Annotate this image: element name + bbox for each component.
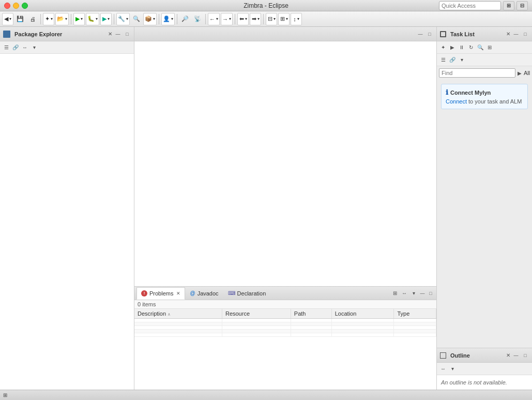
open-perspective-button[interactable]: ⊟ [516, 1, 528, 10]
outline-sync-button[interactable]: ↔ [439, 365, 447, 373]
search-button[interactable]: 🔍 [131, 13, 142, 25]
print-button[interactable]: 🖨 [27, 13, 38, 25]
task-list-header: Task List ✕ — □ [437, 27, 532, 41]
outline-icon [440, 352, 446, 359]
editor-maximize[interactable]: □ [426, 31, 433, 38]
outline-menu-button[interactable]: ▾ [448, 365, 457, 373]
profile-button[interactable]: 👤▾ [161, 13, 175, 25]
connect-link[interactable]: Connect [446, 98, 467, 105]
problems-icon: ! [141, 290, 147, 297]
run-button[interactable]: ▶▾ [73, 13, 85, 25]
outline-close[interactable]: ✕ [506, 352, 510, 358]
task-find-area: ▶ All ▶ Activ... [437, 66, 532, 80]
javadoc-icon: @ [190, 290, 195, 296]
task-list-toolbar-1: ✦ ▶ ⏸ ↻ 🔍 ⊞ [437, 41, 532, 54]
package-explorer-maximize[interactable]: □ [124, 31, 131, 38]
col-type[interactable]: Type [394, 309, 436, 319]
sync-tb-button[interactable]: ↕▾ [291, 13, 302, 25]
editor-minimize[interactable]: — [417, 31, 424, 38]
col-path[interactable]: Path [291, 309, 331, 319]
debug-button[interactable]: 🐛▾ [86, 13, 99, 25]
outline-minimize[interactable]: — [512, 352, 520, 359]
tab-javadoc[interactable]: @ Javadoc [185, 287, 223, 300]
info-icon: ℹ [446, 88, 448, 96]
sync-button[interactable]: ↔ [21, 43, 29, 52]
bottom-tab-actions: ⊞ ↔ ▾ — □ [391, 289, 434, 298]
problems-menu-button[interactable]: ▾ [409, 289, 418, 298]
bottom-minimize[interactable]: — [419, 290, 426, 297]
editor-area[interactable]: — □ [134, 27, 436, 286]
link-editor-button[interactable]: 🔗 [11, 43, 20, 52]
titlebar: Zimbra - Eclipse ⊞ ⊟ [0, 0, 532, 11]
back-nav-button[interactable]: ←▾ [208, 13, 220, 25]
group-task-button[interactable]: ⊞ [485, 43, 494, 52]
open-task-button[interactable]: 📦▾ [143, 13, 157, 25]
package-explorer-header: Package Explorer ✕ — □ [0, 27, 134, 41]
sync-task-button[interactable]: ↻ [467, 43, 475, 52]
tab-problems[interactable]: ! Problems ✕ [136, 287, 185, 300]
toolbar-separator-8 [263, 14, 264, 24]
expand-all-tb-button[interactable]: ⊞▾ [278, 13, 290, 25]
next-annotation-button[interactable]: 🔎 [179, 13, 191, 25]
tab-declaration-label: Declaration [237, 290, 266, 297]
col-description[interactable]: Description ∧ [134, 309, 222, 319]
toolbar-separator-5 [177, 14, 177, 24]
package-explorer-content [0, 54, 134, 390]
open-type-button[interactable]: 📂▾ [55, 13, 69, 25]
new-task-button[interactable]: ✦ [439, 43, 447, 52]
new-button[interactable]: ✦▾ [43, 13, 54, 25]
quick-access-input[interactable] [439, 1, 501, 10]
view-menu-task-button[interactable]: ▾ [458, 56, 466, 64]
deactivate-task-button[interactable]: ⏸ [458, 43, 466, 52]
collapse-all-task-button[interactable]: ☰ [439, 56, 447, 64]
next-edit-button[interactable]: ➡▾ [250, 13, 261, 25]
back-button[interactable]: ◀▾ [2, 13, 13, 25]
close-button[interactable] [4, 3, 10, 9]
tab-declaration[interactable]: ⌨ Declaration [223, 287, 271, 300]
toolbar-separator-2 [71, 14, 71, 24]
package-explorer-icon [3, 31, 10, 38]
task-list-toolbar-2: ☰ 🔗 ▾ [437, 54, 532, 66]
build-button[interactable]: 🔧▾ [116, 13, 130, 25]
view-menu-button[interactable]: ▾ [30, 43, 38, 52]
table-row [134, 322, 436, 326]
collapse-all-button[interactable]: ☰ [2, 43, 10, 52]
task-find-input[interactable] [439, 68, 515, 78]
col-location[interactable]: Location [331, 309, 394, 319]
status-bar: ⊞ [0, 390, 532, 400]
collapse-all-tb-button[interactable]: ⊟▾ [266, 13, 277, 25]
minimize-button[interactable] [13, 3, 19, 9]
package-explorer-close[interactable]: ✕ [108, 31, 112, 37]
task-list-maximize[interactable]: □ [522, 31, 529, 38]
activate-task-button[interactable]: ▶ [448, 43, 457, 52]
center-stack: — □ ! Problems ✕ @ Javadoc ⌨ [134, 27, 436, 390]
prev-edit-button[interactable]: ⬅▾ [237, 13, 249, 25]
prev-annotation-button[interactable]: 📡 [192, 13, 203, 25]
outline-maximize[interactable]: □ [522, 352, 529, 359]
package-explorer-title: Package Explorer [14, 31, 106, 37]
filter-task-button[interactable]: 🔍 [476, 43, 484, 52]
editor-header: — □ [134, 27, 436, 41]
task-list-close[interactable]: ✕ [506, 31, 510, 37]
connect-mylyn-title: ℹ Connect Mylyn [446, 88, 523, 96]
all-filter-button[interactable]: All [524, 70, 530, 76]
coverage-button[interactable]: ▶▾ [100, 13, 112, 25]
table-row [134, 326, 436, 330]
triangle-icon: ▶ [518, 70, 522, 76]
col-resource[interactable]: Resource [222, 309, 291, 319]
perspectives-button[interactable]: ⊞ [503, 1, 514, 10]
task-list-minimize[interactable]: — [512, 31, 520, 38]
package-explorer-minimize[interactable]: — [114, 31, 121, 38]
problems-sync-button[interactable]: ↔ [400, 289, 408, 298]
problems-filter-button[interactable]: ⊞ [391, 289, 399, 298]
zoom-button[interactable] [22, 3, 28, 9]
tab-problems-close[interactable]: ✕ [176, 291, 180, 296]
main-content: Package Explorer ✕ — □ ☰ 🔗 ↔ ▾ — □ [0, 27, 532, 390]
forward-nav-button[interactable]: →▾ [221, 13, 233, 25]
link-task-button[interactable]: 🔗 [448, 56, 457, 64]
connect-mylyn-box: ℹ Connect Mylyn Connect to your task and… [441, 84, 528, 109]
save-button[interactable]: 💾 [14, 13, 26, 25]
toolbar-separator-6 [205, 14, 206, 24]
bottom-status: 0 items [134, 300, 436, 309]
bottom-maximize[interactable]: □ [427, 290, 434, 297]
